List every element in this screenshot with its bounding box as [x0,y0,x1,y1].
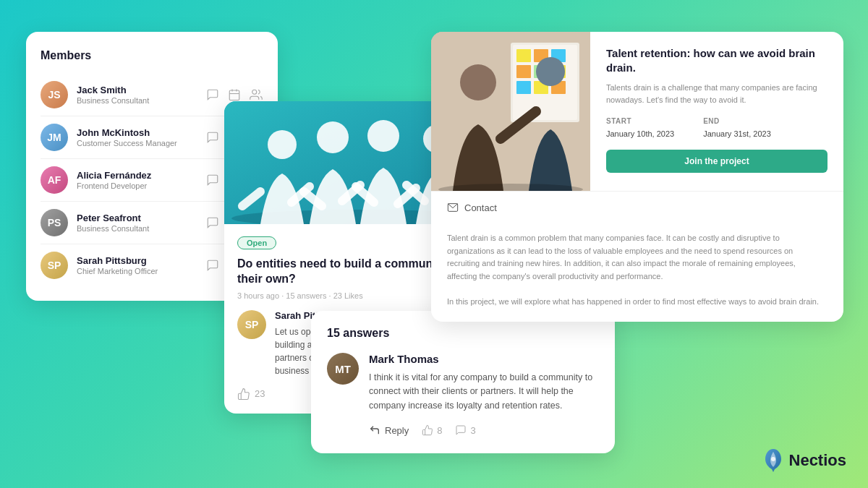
start-date-value: January 10th, 2023 [606,129,674,138]
project-image [431,32,590,191]
contact-label: Contact [464,202,497,213]
project-info: Talent retention: how can we avoid brain… [590,32,843,191]
project-lower: Contact [431,191,843,223]
contact-row[interactable]: Contact [447,202,827,213]
avatar: JM [41,124,68,151]
svg-point-4 [252,90,257,94]
like-icon[interactable] [237,388,250,401]
avatar: SP [41,252,68,279]
answer-actions: Reply 8 3 [369,424,599,436]
like-count: 8 [437,425,442,436]
answer-content: Mark Thomas I think it is vital for any … [369,353,599,436]
member-info: Jack Smith Business Consultant [77,85,205,105]
member-info: Sarah Pittsburg Chief Marketing Officer [77,255,205,275]
start-date: START January 10th, 2023 [606,117,674,140]
open-badge: Open [237,236,276,249]
project-desc-section: Talent drain is a common problem that ma… [431,223,843,322]
end-label: END [703,117,771,125]
member-info: Alicia Fernández Frontend Developer [77,170,205,190]
avatar: PS [41,209,68,236]
like-action[interactable]: 8 [422,424,442,436]
branding: Nectios [763,448,846,474]
svg-rect-49 [516,81,531,94]
svg-rect-46 [516,65,531,78]
svg-point-52 [460,64,496,100]
svg-point-54 [536,57,565,86]
member-name: Jack Smith [77,85,205,95]
avatar: AF [41,166,68,194]
reply-label: Reply [385,425,409,436]
svg-point-27 [268,130,297,159]
member-name: John McKintosh [77,127,205,138]
comment-count: 3 [470,425,475,436]
svg-rect-0 [229,90,239,100]
member-role: Chief Marketing Officer [77,267,205,275]
end-date-value: January 31st, 2023 [703,129,771,138]
mail-icon [447,202,459,213]
answer-avatar: MT [327,353,359,385]
members-title: Members [41,49,263,62]
project-dates: START January 10th, 2023 END January 31s… [606,117,827,140]
project-description: Talents drain is a challenge that many c… [606,82,827,106]
member-name: Sarah Pittsburg [77,255,205,266]
answer-text: I think it is vital for any company to b… [369,371,599,413]
reply-icon [369,424,380,436]
project-title: Talent retention: how can we avoid brain… [606,46,827,74]
member-role: Customer Success Manager [77,139,205,147]
reply-button[interactable]: Reply [369,424,409,436]
svg-point-57 [771,457,775,461]
start-label: START [606,117,674,125]
like-count: 23 [255,388,265,399]
avatar: JS [41,81,68,108]
project-card-inner: Talent retention: how can we avoid brain… [431,32,843,191]
branding-name: Nectios [789,451,846,470]
member-info: John McKintosh Customer Success Manager [77,127,205,147]
comment-action[interactable]: 3 [455,424,475,436]
like-icon [422,424,433,436]
chat-icon[interactable] [205,258,220,273]
chat-icon[interactable] [205,87,220,102]
chat-icon[interactable] [205,173,220,187]
answers-title: 15 answers [327,327,599,340]
project-desc-text: Talent drain is a common problem that ma… [447,232,827,309]
member-name: Alicia Fernández [77,170,205,181]
chat-icon[interactable] [205,130,220,145]
member-role: Business Consultant [77,224,205,233]
svg-point-30 [317,121,349,153]
svg-point-33 [367,120,399,152]
member-role: Business Consultant [77,96,205,105]
member-role: Frontend Developer [77,181,205,190]
project-illustration [431,32,590,191]
chat-icon[interactable] [205,215,220,230]
comment-icon [455,424,467,436]
member-name: Peter Seafront [77,213,205,223]
member-info: Peter Seafront Business Consultant [77,213,205,233]
end-date: END January 31st, 2023 [703,117,771,140]
member-actions [205,87,263,102]
svg-rect-43 [516,49,531,62]
answers-card: 15 answers MT Mark Thomas I think it is … [311,311,615,453]
calendar-icon[interactable] [227,87,242,102]
join-project-button[interactable]: Join the project [606,150,827,173]
author-avatar: SP [237,310,266,339]
nectios-logo [763,448,783,474]
group-icon[interactable] [249,87,263,102]
project-card: Talent retention: how can we avoid brain… [431,32,843,322]
answer-row: MT Mark Thomas I think it is vital for a… [327,353,599,436]
answer-name: Mark Thomas [369,353,599,365]
